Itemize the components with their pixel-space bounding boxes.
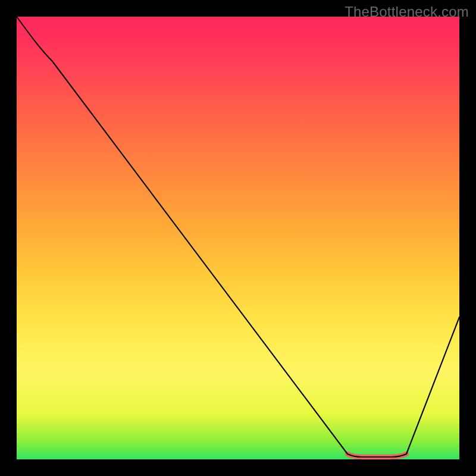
chart-stage: TheBottleneck.com xyxy=(0,0,476,476)
watermark-text: TheBottleneck.com xyxy=(345,4,469,20)
plot-area xyxy=(17,17,459,459)
bottleneck-curve xyxy=(17,17,459,457)
curve-layer xyxy=(17,17,459,459)
